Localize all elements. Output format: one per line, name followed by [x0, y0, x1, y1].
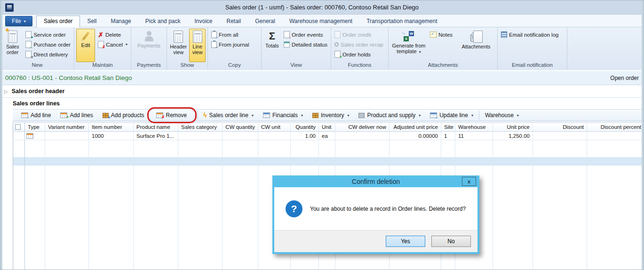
product-and-supply-menu[interactable]: Product and supply ▾: [354, 110, 425, 121]
ribbon-group-email-notification: Email notification log Email notificatio…: [498, 27, 567, 70]
col-header-discount-percent[interactable]: Discount percent: [587, 123, 644, 132]
col-header-quantity[interactable]: Quantity: [291, 123, 319, 132]
header-view-button[interactable]: Header view: [169, 29, 188, 62]
group-label-payments: Payments: [131, 62, 167, 70]
cell-product-name[interactable]: Surface Pro 1...: [134, 132, 178, 140]
chevron-down-icon: ▾: [347, 113, 349, 118]
payments-label: Payments: [137, 43, 160, 48]
order-holds-button[interactable]: + Order holds: [333, 49, 385, 59]
group-label-view: View: [262, 62, 331, 70]
tab-pick-and-pack[interactable]: Pick and pack: [138, 16, 188, 27]
cell-unit-price[interactable]: 1,250.00: [493, 132, 533, 140]
cancel-label: Cancel: [106, 42, 123, 48]
attachments-button[interactable]: Attachments: [459, 29, 493, 62]
cell-adjusted-unit-price[interactable]: 0.00000: [390, 132, 441, 140]
ribbon-group-attachments: →WX Generate from template ▾ Notes Att: [389, 27, 498, 70]
update-line-menu[interactable]: ↔ Update line ▾: [425, 110, 478, 121]
col-header-item-number[interactable]: Item number: [89, 123, 134, 132]
service-order-button[interactable]: ● Service order: [24, 30, 72, 40]
tab-retail[interactable]: Retail: [220, 16, 248, 27]
detailed-status-icon: [284, 41, 290, 48]
cell-quantity[interactable]: 1.00: [291, 132, 319, 140]
tab-general[interactable]: General: [248, 16, 282, 27]
edit-pencil-icon: [82, 32, 89, 40]
col-header-cw-deliver-now[interactable]: CW deliver now: [335, 123, 390, 132]
cell-warehouse[interactable]: 11: [455, 132, 493, 140]
cancel-button[interactable]: ✗ Cancel ▾: [96, 40, 129, 49]
notes-label: Notes: [438, 32, 453, 38]
detailed-status-button[interactable]: Detailed status: [282, 40, 329, 49]
cell-unit[interactable]: ea: [319, 132, 335, 140]
warehouse-menu[interactable]: Warehouse ▾: [480, 110, 524, 121]
add-line-button[interactable]: → Add line: [16, 110, 56, 121]
col-header-sales-category[interactable]: Sales category: [178, 123, 223, 132]
generate-from-template-button[interactable]: →WX Generate from template ▾: [390, 29, 427, 62]
email-notification-log-button[interactable]: Email notification log: [500, 30, 560, 40]
col-header-unit[interactable]: Unit: [319, 123, 335, 132]
add-products-button[interactable]: + Add products: [98, 110, 149, 121]
tab-transportation-management[interactable]: Transportation management: [359, 16, 444, 27]
add-lines-button[interactable]: + Add lines: [56, 110, 97, 121]
col-header-variant-number[interactable]: Variant number: [45, 123, 89, 132]
no-button[interactable]: No: [431, 236, 471, 247]
cell-cw-deliver-now[interactable]: [335, 132, 390, 140]
question-icon: ?: [286, 200, 302, 217]
col-header-cw-unit[interactable]: CW unit: [258, 123, 291, 132]
line-view-button[interactable]: Line view: [189, 29, 206, 62]
direct-delivery-button[interactable]: ■ Direct delivery: [24, 49, 72, 59]
tab-sell[interactable]: Sell: [80, 16, 103, 27]
dialog-close-button[interactable]: x: [462, 177, 476, 186]
file-menu-button[interactable]: File ▾: [5, 16, 32, 26]
cell-site[interactable]: 1: [441, 132, 455, 140]
product-and-supply-label: Product and supply: [367, 112, 415, 119]
order-line-row[interactable]: 1000 Surface Pro 1... 1.00 ea 0.00000 1 …: [13, 132, 644, 140]
col-header-warehouse[interactable]: Warehouse: [455, 123, 493, 132]
delete-button[interactable]: ✗ Delete: [96, 30, 129, 40]
cell-variant-number[interactable]: [45, 132, 89, 140]
toolbar-separator: [197, 111, 198, 119]
notes-button[interactable]: Notes: [429, 30, 458, 40]
select-all-checkbox[interactable]: [15, 124, 21, 130]
chevron-down-icon: ▾: [24, 19, 26, 24]
purchase-order-button[interactable]: ↔ Purchase order: [24, 40, 72, 49]
ribbon-group-payments: Payments Payments: [131, 27, 167, 70]
cell-sales-category[interactable]: [178, 132, 223, 140]
tab-manage[interactable]: Manage: [103, 16, 138, 27]
col-header-site[interactable]: Site: [441, 123, 455, 132]
sales-order-header-label: Sales order header: [12, 88, 65, 95]
sales-order-line-menu[interactable]: ϟ Sales order line ▾: [199, 110, 258, 121]
tab-sales-order[interactable]: Sales order: [36, 16, 80, 27]
inventory-menu[interactable]: Inventory ▾: [308, 110, 354, 121]
financials-menu[interactable]: Financials ▾: [258, 110, 308, 121]
totals-button[interactable]: Σ Totals: [263, 29, 281, 62]
cell-cw-unit[interactable]: [258, 132, 291, 140]
dialog-title: Confirm deletion: [352, 178, 400, 185]
tab-invoice[interactable]: Invoice: [187, 16, 219, 27]
from-journal-button[interactable]: → From journal: [210, 40, 251, 49]
col-header-cw-quantity[interactable]: CW quantity: [223, 123, 258, 132]
totals-sigma-icon: Σ: [269, 31, 275, 42]
col-header-product-name[interactable]: Product name: [134, 123, 178, 132]
col-header-type[interactable]: Type: [25, 123, 45, 132]
row-select-cell[interactable]: [13, 132, 25, 140]
cell-discount[interactable]: [533, 132, 587, 140]
col-header-discount[interactable]: Discount: [533, 123, 587, 132]
order-events-button[interactable]: ↓ Order events: [282, 30, 329, 40]
cell-item-number[interactable]: 1000: [89, 132, 134, 140]
sales-order-recap-label: Sales order recap: [341, 42, 383, 48]
dialog-message: You are about to delete a record in Orde…: [310, 206, 466, 212]
remove-button[interactable]: ✗ Remove: [151, 110, 191, 121]
yes-button[interactable]: Yes: [386, 236, 425, 247]
tab-warehouse-management[interactable]: Warehouse management: [282, 16, 359, 27]
product-and-supply-icon: [358, 113, 365, 118]
col-header-unit-price[interactable]: Unit price: [493, 123, 533, 132]
edit-button[interactable]: Edit: [76, 29, 95, 62]
cell-cw-quantity[interactable]: [223, 132, 258, 140]
sales-order-header-section[interactable]: ▷ Sales order header: [0, 85, 644, 98]
order-status-badge: Open order: [610, 75, 639, 81]
cell-discount-percent[interactable]: [587, 132, 644, 140]
from-all-button[interactable]: → From all: [210, 30, 251, 40]
col-header-adjusted-unit-price[interactable]: Adjusted unit price: [390, 123, 441, 132]
title-bar: Sales order (1 - usmf) - Sales order: 00…: [0, 0, 644, 15]
new-sales-order-button[interactable]: ★ Sales order: [2, 29, 23, 62]
